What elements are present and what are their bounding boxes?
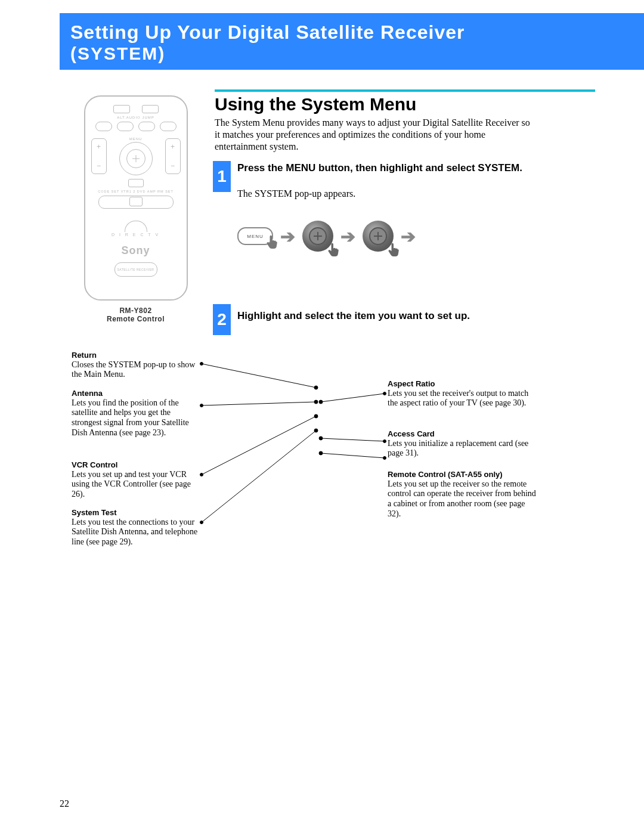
banner-subtitle: (SYSTEM) [70, 44, 633, 64]
callout-return: Return Closes the SYSTEM pop-up to show … [72, 351, 203, 380]
step-2-text: Highlight and select the item you want t… [237, 310, 530, 322]
hand-pointer-icon [325, 242, 342, 259]
remote-dpad [119, 142, 153, 175]
callout-antenna: Antenna Lets you find the position of th… [72, 389, 203, 438]
callout-systest-body: Lets you test the connections to your Sa… [72, 518, 197, 547]
step-number-1: 1 [213, 161, 231, 192]
directv-label: D I R E C T V [85, 233, 187, 237]
arrow-icon: ➔ [401, 226, 416, 247]
hand-pointer-icon [385, 242, 402, 259]
svg-line-4 [321, 394, 385, 402]
callout-vcr-body: Lets you set up and test your VCR using … [72, 470, 191, 499]
callout-return-title: Return [72, 351, 203, 360]
svg-line-1 [202, 402, 316, 405]
svg-point-11 [319, 400, 323, 404]
section-title: Using the System Menu [215, 94, 416, 114]
callout-remote-control: Remote Control (SAT-A55 only) Lets you s… [388, 470, 537, 519]
callout-antenna-title: Antenna [72, 389, 203, 398]
svg-point-10 [314, 429, 318, 432]
dpad-select-icon [363, 221, 394, 252]
button-sequence-row: MENU ➔ ➔ ➔ [237, 221, 416, 252]
remote-bottom-labels: CODE SET VTR1 2 DVD AMP RM SET [85, 190, 187, 193]
menu-button-label: MENU [247, 234, 264, 239]
step-1-note: The SYSTEM pop-up appears. [237, 188, 530, 199]
brand-logo: Sony [85, 244, 187, 257]
menu-button-icon: MENU [237, 227, 273, 245]
svg-point-7 [314, 386, 318, 389]
callout-card-title: Access Card [388, 429, 537, 439]
callout-return-body: Closes the SYSTEM pop-up to show the Mai… [72, 360, 195, 379]
svg-line-6 [321, 453, 385, 458]
hand-pointer-icon [264, 234, 280, 251]
remote-mode-slider [98, 196, 174, 209]
callout-card-body: Lets you initialize a replacement card (… [388, 439, 528, 458]
intro-paragraph: The System Menu provides many ways to ad… [215, 117, 531, 153]
remote-top-labels: ALT.AUDIO JUMP [85, 116, 187, 119]
remote-vol-rocker: +− [91, 138, 107, 174]
svg-point-20 [383, 457, 386, 460]
remote-illustration: ALT.AUDIO JUMP MENU +− +− CODE SET VTR1 … [78, 95, 194, 323]
remote-caption: RM-Y802 Remote Control [78, 306, 194, 323]
remote-ch-rocker: +− [165, 138, 181, 174]
directv-arc-icon [125, 221, 147, 232]
remote-exit-button [128, 179, 144, 187]
dpad-navigate-icon [302, 221, 333, 252]
callout-aspect-title: Aspect Ratio [388, 379, 537, 389]
chapter-banner: Setting Up Your Digital Satellite Receiv… [60, 13, 644, 70]
callout-aspect-ratio: Aspect Ratio Lets you set the receiver's… [388, 379, 537, 408]
svg-point-13 [319, 451, 323, 455]
callout-systest-title: System Test [72, 508, 203, 518]
arrow-icon: ➔ [280, 226, 295, 247]
remote-body: ALT.AUDIO JUMP MENU +− +− CODE SET VTR1 … [84, 95, 188, 301]
svg-line-2 [202, 416, 316, 475]
svg-line-3 [202, 431, 316, 522]
callout-access-card: Access Card Lets you initialize a replac… [388, 429, 537, 459]
svg-point-12 [319, 436, 323, 440]
arrow-icon: ➔ [340, 226, 355, 247]
satellite-receiver-badge: SATELLITE RECEIVER [114, 262, 157, 277]
callout-antenna-body: Lets you find the position of the satell… [72, 398, 189, 437]
svg-point-18 [383, 392, 386, 395]
callout-vcr-title: VCR Control [72, 460, 203, 470]
step-1-text: Press the MENU button, then highlight an… [237, 162, 530, 174]
callout-vcr: VCR Control Lets you set up and test you… [72, 460, 203, 500]
svg-line-0 [202, 364, 316, 388]
svg-point-8 [314, 400, 318, 404]
callout-aspect-body: Lets you set the receiver's output to ma… [388, 389, 528, 408]
remote-model: RM-Y802 [119, 306, 151, 315]
callout-system-test: System Test Lets you test the connection… [72, 508, 203, 547]
callout-rc-body: Lets you set up the receiver so the remo… [388, 479, 536, 518]
svg-point-19 [383, 440, 386, 443]
callout-rc-title: Remote Control (SAT-A55 only) [388, 470, 537, 479]
section-rule [215, 89, 595, 92]
svg-line-5 [321, 438, 385, 441]
banner-title: Setting Up Your Digital Satellite Receiv… [70, 21, 633, 44]
page-number: 22 [60, 798, 69, 809]
step-number-2: 2 [213, 304, 231, 335]
remote-caption-sub: Remote Control [78, 315, 194, 323]
menu-callout-diagram: Return Closes the SYSTEM pop-up to show … [72, 346, 561, 572]
svg-point-9 [314, 414, 318, 418]
